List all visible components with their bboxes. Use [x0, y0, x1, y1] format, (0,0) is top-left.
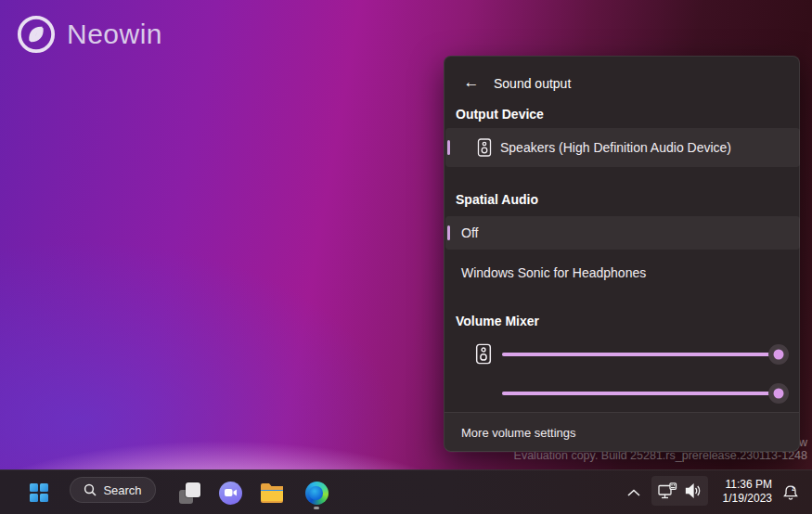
notifications-button[interactable]: z — [776, 474, 806, 511]
edge-button[interactable] — [299, 474, 334, 511]
spatial-audio-option-windows-sonic[interactable]: Windows Sonic for Headphones — [445, 256, 800, 289]
chevron-up-icon — [627, 489, 640, 496]
taskbar: Search — [0, 469, 812, 514]
selection-accent-bar — [447, 225, 450, 240]
search-icon — [84, 483, 97, 496]
back-arrow-icon: ← — [464, 73, 480, 92]
slider-fill — [502, 353, 779, 356]
speaker-volume-icon — [685, 483, 702, 498]
output-device-label: Speakers (High Definition Audio Device) — [500, 140, 731, 155]
edge-logo-icon — [305, 482, 329, 505]
flyout-title: Sound output — [494, 76, 571, 91]
spatial-audio-option-off[interactable]: Off — [445, 216, 800, 250]
slider-thumb[interactable] — [768, 383, 789, 404]
speaker-box-icon — [477, 138, 492, 157]
desktop: Neowin Windows 11 Pro Insider Preview Ev… — [0, 0, 812, 514]
task-view-button[interactable] — [172, 474, 207, 511]
bell-dnd-icon: z — [781, 483, 800, 502]
brand-name: Neowin — [67, 19, 162, 50]
task-view-icon — [179, 482, 200, 504]
ethernet-icon — [658, 482, 677, 500]
more-volume-settings-link[interactable]: More volume settings — [445, 412, 799, 453]
speaker-box-icon — [475, 343, 492, 365]
search-box[interactable]: Search — [70, 477, 156, 503]
slider-fill — [502, 392, 779, 395]
volume-slider-edge[interactable] — [502, 392, 779, 395]
tray-time: 11:36 PM — [709, 478, 772, 492]
spatial-audio-option-label: Windows Sonic for Headphones — [461, 265, 646, 280]
back-button[interactable]: ← — [458, 69, 485, 96]
folder-icon — [260, 482, 284, 503]
selection-accent-bar — [447, 140, 450, 155]
search-label: Search — [103, 483, 141, 497]
clock[interactable]: 11:36 PM 1/19/2023 — [709, 478, 772, 506]
neowin-mark-icon — [17, 15, 56, 54]
output-device-item-speakers[interactable]: Speakers (High Definition Audio Device) — [445, 128, 800, 167]
tray-date: 1/19/2023 — [709, 492, 772, 506]
more-volume-settings-label: More volume settings — [461, 426, 576, 440]
volume-mixer-header: Volume Mixer — [456, 314, 539, 328]
running-indicator — [314, 507, 319, 509]
sound-output-flyout: ← Sound output Output Device Speakers (H… — [444, 56, 800, 452]
chat-button[interactable] — [213, 474, 248, 511]
file-explorer-button[interactable] — [254, 474, 290, 511]
tray-chevron-button[interactable] — [620, 474, 648, 511]
video-chat-icon — [219, 482, 242, 505]
slider-thumb[interactable] — [768, 344, 789, 365]
start-button[interactable] — [20, 474, 58, 511]
network-volume-tray-button[interactable] — [651, 476, 708, 506]
neowin-logo: Neowin — [17, 15, 162, 54]
spatial-audio-option-label: Off — [461, 225, 478, 240]
output-device-header: Output Device — [456, 107, 544, 122]
spatial-audio-header: Spatial Audio — [456, 192, 538, 207]
windows-logo-icon — [30, 483, 48, 502]
volume-slider-speakers[interactable] — [502, 353, 779, 356]
